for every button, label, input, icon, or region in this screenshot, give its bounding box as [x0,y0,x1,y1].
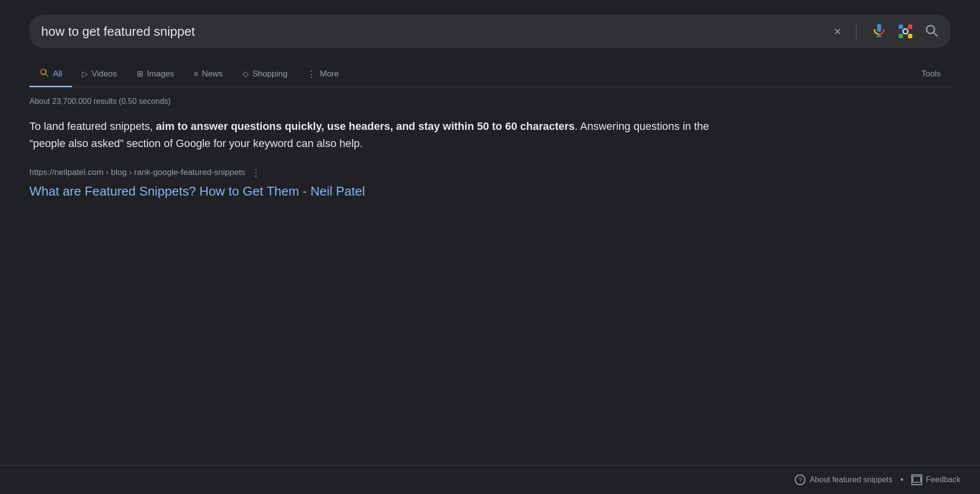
clear-icon[interactable]: × [834,25,841,38]
tab-shopping-label: Shopping [252,69,288,79]
snippet-text-before: To land featured snippets, [29,120,156,132]
result-url-text: https://neilpatel.com › blog › rank-goog… [29,168,245,177]
shopping-icon: ◇ [243,69,249,78]
about-snippets-label: About featured snippets [809,475,892,484]
svg-rect-4 [899,25,903,29]
result-title-link[interactable]: What are Featured Snippets? How to Get T… [29,184,365,198]
tab-all[interactable]: All [29,62,72,87]
search-input[interactable]: how to get featured snippet [41,24,834,39]
svg-rect-5 [908,25,912,29]
lens-icon[interactable] [897,23,914,40]
svg-rect-1 [877,24,879,32]
tab-images[interactable]: ⊞ Images [127,63,184,86]
feedback-label: Feedback [926,475,960,484]
snippet-text-bold: aim to answer questions quickly, use hea… [156,120,575,132]
help-circle-icon: ? [795,474,805,485]
tab-all-label: All [53,69,62,79]
search-toolbar: × [834,23,939,40]
result-url: https://neilpatel.com › blog › rank-goog… [29,167,951,178]
svg-rect-6 [899,34,903,38]
nav-tabs: All ▷ Videos ⊞ Images ≡ News ◇ Shopping … [29,62,951,87]
tab-tools[interactable]: Tools [911,63,951,86]
svg-rect-13 [913,476,921,482]
svg-line-10 [933,32,937,36]
bottom-bar-content: ? About featured snippets • Feedback [795,474,960,485]
more-dots-icon: ⋮ [307,69,316,79]
videos-icon: ▷ [82,69,88,78]
results-count: About 23,700,000 results (0.50 seconds) [29,97,951,106]
svg-rect-7 [908,34,912,38]
tab-tools-label: Tools [921,69,941,79]
google-search-icon [39,68,49,80]
tab-videos[interactable]: ▷ Videos [72,63,127,86]
tab-videos-label: Videos [92,69,117,79]
tab-images-label: Images [147,69,175,79]
featured-snippet-text: To land featured snippets, aim to answer… [29,118,716,152]
tab-shopping[interactable]: ◇ Shopping [233,63,298,86]
svg-line-12 [46,74,48,76]
news-icon: ≡ [194,70,198,78]
feedback-button[interactable]: Feedback [911,474,960,485]
result-more-button[interactable]: ⋮ [251,167,261,178]
dot-separator: • [900,475,903,485]
feedback-icon [911,474,922,485]
tab-more-label: More [320,69,339,79]
mic-icon[interactable] [871,23,887,40]
search-submit-icon[interactable] [924,23,939,40]
tab-news-label: News [202,69,223,79]
search-bar: how to get featured snippet × [29,15,951,48]
divider [856,24,856,39]
images-icon: ⊞ [137,69,143,78]
svg-rect-2 [879,24,881,32]
tab-more[interactable]: ⋮ More [297,63,349,87]
about-snippets-button[interactable]: ? About featured snippets [795,474,892,485]
tab-news[interactable]: ≡ News [184,63,232,86]
svg-line-14 [915,482,917,483]
bottom-bar: ? About featured snippets • Feedback [0,465,980,494]
